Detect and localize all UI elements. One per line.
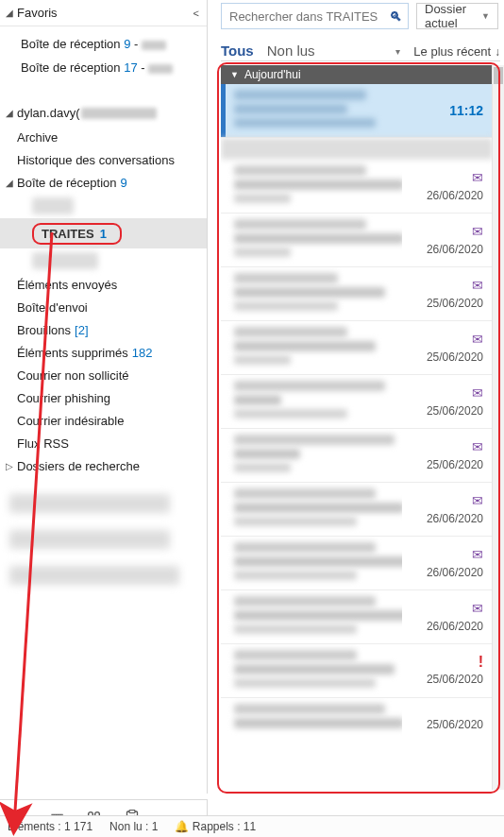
- replied-icon: ✉: [472, 601, 483, 616]
- folder-label: TRAITES: [42, 227, 94, 241]
- filter-bar: Tous Non lus ▾ Le plus récent ↓: [221, 34, 500, 61]
- folder-label: Historique des conversations: [17, 153, 175, 167]
- draft-count: [2]: [75, 323, 88, 337]
- folder-deleted[interactable]: Éléments supprimés 182: [0, 341, 207, 364]
- filter-all-tab[interactable]: Tous: [221, 43, 254, 59]
- message-row[interactable]: ✉26/06/2020: [221, 160, 493, 214]
- message-row[interactable]: ✉25/06/2020: [221, 267, 493, 321]
- search-icon[interactable]: 🔍︎: [390, 9, 402, 24]
- folder-label: Éléments supprimés: [17, 346, 128, 360]
- message-time: 11:12: [449, 103, 483, 118]
- caret-down-icon: ◢: [6, 8, 13, 18]
- replied-icon: ✉: [472, 439, 483, 454]
- status-reminders: 🔔 Rappels : 11: [175, 820, 256, 833]
- folder-label: Courrier non sollicité: [17, 368, 129, 383]
- message-row[interactable]: ✉25/06/2020: [221, 321, 493, 375]
- message-date: 25/06/2020: [427, 297, 483, 310]
- unread-count: 9: [121, 176, 127, 190]
- chevron-down-icon: ▼: [481, 11, 490, 21]
- favorites-header[interactable]: ◢ Favoris <: [0, 0, 207, 26]
- search-scope-dropdown[interactable]: Dossier actuel ▼: [416, 3, 498, 29]
- message-date: 26/06/2020: [427, 243, 483, 256]
- unread-count: 182: [132, 346, 153, 360]
- importance-high-icon: !: [479, 656, 483, 669]
- folder-search-folders[interactable]: ▷ Dossiers de recherche: [0, 454, 207, 477]
- folder-conversation-history[interactable]: Historique des conversations: [0, 148, 207, 171]
- unread-count: 17: [124, 60, 137, 75]
- unread-count: 1: [100, 227, 107, 241]
- folder-junk[interactable]: Courrier non sollicité: [0, 364, 207, 386]
- folder-pane: ◢ Favoris < Boîte de réception 9 - Boîte…: [0, 0, 208, 794]
- scope-label: Dossier actuel: [425, 2, 476, 30]
- folder-label: Courrier indésirable: [17, 414, 124, 428]
- filter-unread-tab[interactable]: Non lus: [267, 43, 315, 59]
- sort-label: Le plus récent: [413, 44, 491, 59]
- search-input[interactable]: [227, 9, 390, 25]
- folder-phishing[interactable]: Courrier phishing: [0, 386, 207, 409]
- folder-label: Flux RSS: [17, 436, 69, 451]
- message-row[interactable]: 25/06/2020: [221, 698, 493, 751]
- message-date: 25/06/2020: [427, 404, 483, 418]
- favorite-inbox-2[interactable]: Boîte de réception 17 -: [0, 56, 207, 79]
- message-row[interactable]: ✉26/06/2020: [221, 590, 493, 644]
- favorites-title: Favoris: [17, 6, 58, 20]
- folder-label: Boîte de réception: [21, 60, 121, 75]
- collapse-pane-icon[interactable]: <: [193, 8, 199, 19]
- folder-label: Éléments envoyés: [17, 278, 117, 292]
- message-row[interactable]: ✉25/06/2020: [221, 429, 493, 483]
- folder-outbox[interactable]: Boîte d'envoi: [0, 296, 207, 318]
- folder-drafts[interactable]: Brouillons [2]: [0, 318, 207, 341]
- date-group-header[interactable]: ▼ Aujourd'hui: [221, 65, 493, 84]
- folder-label: Boîte de réception: [21, 37, 121, 51]
- search-row: 🔍︎ Dossier actuel ▼: [221, 3, 498, 29]
- folder-archive[interactable]: Archive: [0, 126, 207, 148]
- redacted-group-header: [221, 138, 493, 160]
- replied-icon: ✉: [472, 385, 483, 401]
- message-row[interactable]: ✉25/06/2020: [221, 375, 493, 429]
- message-row[interactable]: ✉26/06/2020: [221, 537, 493, 590]
- redacted-text: [148, 64, 173, 74]
- folder-traites[interactable]: TRAITES 1: [0, 218, 207, 248]
- search-box[interactable]: 🔍︎: [221, 3, 409, 29]
- group-label: Aujourd'hui: [244, 68, 301, 81]
- redacted-account: [9, 530, 170, 549]
- folder-label: Courrier phishing: [17, 391, 110, 405]
- caret-right-icon: ▷: [6, 461, 15, 471]
- vertical-scrollbar[interactable]: [492, 65, 504, 790]
- svg-rect-3: [129, 810, 135, 812]
- folder-sent[interactable]: Éléments envoyés: [0, 273, 207, 296]
- message-list: ▼ Aujourd'hui 11:12 ✉26/06/2020 ✉26/06/2…: [221, 65, 493, 790]
- sort-dropdown[interactable]: ▾ Le plus récent ↓: [392, 44, 500, 59]
- message-date: 25/06/2020: [427, 350, 483, 364]
- folder-suffix: -: [134, 37, 142, 51]
- favorite-inbox-1[interactable]: Boîte de réception 9 -: [0, 32, 207, 56]
- replied-icon: ✉: [472, 278, 483, 293]
- folder-label: Boîte d'envoi: [17, 300, 88, 315]
- replied-icon: ✉: [472, 224, 483, 239]
- message-date: 25/06/2020: [427, 458, 483, 471]
- caret-down-icon: ▼: [230, 70, 239, 79]
- folder-spam[interactable]: Courrier indésirable: [0, 409, 207, 432]
- message-row[interactable]: ✉26/06/2020: [221, 483, 493, 537]
- message-row[interactable]: !25/06/2020: [221, 644, 493, 698]
- folder-rss[interactable]: Flux RSS: [0, 432, 207, 454]
- account-header[interactable]: ◢ dylan.davy(: [0, 91, 207, 126]
- folder-suffix: -: [141, 60, 148, 75]
- message-date: 26/06/2020: [427, 512, 483, 525]
- chevron-down-icon: ▾: [395, 46, 400, 57]
- folder-label: Dossiers de recherche: [17, 459, 140, 473]
- replied-icon: ✉: [472, 332, 483, 347]
- message-date: 26/06/2020: [427, 620, 483, 633]
- message-row[interactable]: 11:12: [221, 84, 493, 138]
- folder-label: Boîte de réception: [17, 176, 117, 190]
- redacted-text: [81, 108, 157, 119]
- traites-highlight: TRAITES 1: [32, 223, 122, 245]
- folder-inbox[interactable]: ◢ Boîte de réception 9: [0, 171, 207, 194]
- status-elements: Éléments : 1 171: [8, 820, 92, 833]
- scrollbar-thumb[interactable]: [494, 67, 503, 84]
- redacted-folder: [32, 252, 98, 269]
- folder-label: Archive: [17, 130, 58, 145]
- status-bar: Éléments : 1 171 Non lu : 1 🔔 Rappels : …: [0, 815, 504, 837]
- message-date: 25/06/2020: [427, 673, 483, 686]
- message-row[interactable]: ✉26/06/2020: [221, 214, 493, 267]
